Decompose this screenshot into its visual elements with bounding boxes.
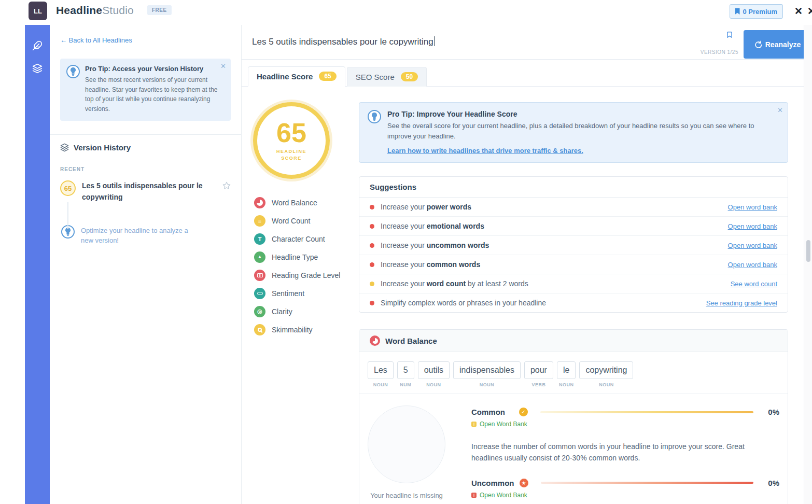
version-history-header: Version History xyxy=(60,143,231,152)
common-percent: 0% xyxy=(762,408,779,416)
word-chip[interactable]: copywriting xyxy=(579,361,633,379)
part-of-speech-label: NOUN xyxy=(559,382,574,387)
score-summary-column: 65 HEADLINESCORE Word Balance ≡ Word Cou… xyxy=(249,87,359,504)
avatar[interactable]: LL xyxy=(29,2,47,20)
suggestion-link[interactable]: See reading grade level xyxy=(706,299,777,307)
protip-title: Pro Tip: Access your Version History xyxy=(85,65,225,73)
dismiss-protip-icon[interactable]: ✕ xyxy=(777,106,783,114)
headline-score-circle: 65 HEADLINESCORE xyxy=(253,102,330,179)
reanalyze-label: Reanalyze xyxy=(765,40,801,49)
status-dot xyxy=(370,282,374,286)
optimize-hint-text: Optimize your headline to analyze a new … xyxy=(81,225,195,246)
suggestion-link[interactable]: Open word bank xyxy=(728,222,777,230)
category-label: Character Count xyxy=(272,235,325,243)
uncommon-percent: 0% xyxy=(762,479,779,487)
logo-bold: Headline xyxy=(56,4,102,16)
star-icon[interactable] xyxy=(222,181,231,192)
word-chip[interactable]: 5 xyxy=(397,361,414,379)
headline-editor-nav-item[interactable] xyxy=(25,40,50,51)
text-caret xyxy=(434,36,435,46)
part-of-speech-label: VERB xyxy=(531,382,545,387)
headline-input[interactable]: Les 5 outils indispensables pour le copy… xyxy=(252,36,435,47)
premium-button-label: 0 Premium xyxy=(743,8,777,16)
vertical-scrollbar[interactable] xyxy=(804,25,812,504)
word-chip[interactable]: outils xyxy=(418,361,450,379)
category-label: Word Count xyxy=(272,217,310,225)
timeline-connector xyxy=(67,202,68,229)
status-dot xyxy=(370,243,374,248)
magnifier-icon xyxy=(254,324,265,335)
word-chip[interactable]: le xyxy=(557,361,576,379)
category-skimmability[interactable]: Skimmability xyxy=(254,320,359,339)
protip-learn-link[interactable]: Learn how to write headlines that drive … xyxy=(387,147,583,155)
protip-body: See the overall score for your current h… xyxy=(387,121,779,142)
category-headline-type[interactable]: ▲ Headline Type xyxy=(254,248,359,266)
word-balance-donut-chart xyxy=(368,405,445,483)
category-character-count[interactable]: T Character Count xyxy=(254,230,359,248)
suggestion-row: Increase your power words Open word bank xyxy=(359,198,788,217)
category-label: Skimmability xyxy=(272,326,313,334)
suggestion-link[interactable]: Open word bank xyxy=(728,203,777,211)
free-plan-badge: FREE xyxy=(147,5,172,15)
close-icon[interactable]: ✕ xyxy=(794,5,803,17)
suggestion-link[interactable]: Open word bank xyxy=(728,242,777,249)
word-chip[interactable]: indispensables xyxy=(453,361,521,379)
suggestion-row: Increase your emotional words Open word … xyxy=(359,217,788,236)
score-detail-column: Pro Tip: Improve Your Headline Score See… xyxy=(359,87,788,504)
version-history-nav-item[interactable] xyxy=(25,63,50,74)
category-sentiment[interactable]: Sentiment xyxy=(254,284,359,302)
category-clarity[interactable]: ◎ Clarity xyxy=(254,302,359,320)
category-reading-grade-level[interactable]: Reading Grade Level xyxy=(254,266,359,284)
common-label: Common xyxy=(471,408,514,416)
reanalyze-button[interactable]: Reanalyze xyxy=(744,30,811,59)
uncommon-words-block: Uncommon ★ 0% Open Word Bank xyxy=(471,479,779,499)
category-word-balance[interactable]: Word Balance xyxy=(254,193,359,212)
suggestion-link[interactable]: Open word bank xyxy=(728,261,777,269)
category-label: Reading Grade Level xyxy=(272,271,340,279)
part-of-speech-label: NOUN xyxy=(426,382,441,387)
word-balance-header: Word Balance xyxy=(359,330,788,352)
word-balance-metrics: Common ✓ 0% Open Word Bank Increase the … xyxy=(471,405,779,504)
open-word-bank-link[interactable]: Open Word Bank xyxy=(471,492,779,499)
topbar: LL HeadlineStudio FREE 0 Premium ✕ ✕ xyxy=(0,0,812,25)
word-balance-chart-column: Your headline is missing several types xyxy=(368,405,445,504)
app-logo: HeadlineStudio xyxy=(56,4,134,17)
headline-score-badge: 65 xyxy=(319,72,336,81)
lines-icon: ≡ xyxy=(254,215,265,227)
open-word-bank-label: Open Word Bank xyxy=(480,492,527,499)
uncommon-label: Uncommon xyxy=(471,479,514,487)
dismiss-protip-icon[interactable]: ✕ xyxy=(220,62,226,70)
premium-button[interactable]: 0 Premium xyxy=(730,4,783,19)
word-item: 5 NUM xyxy=(397,361,414,387)
word-balance-title: Word Balance xyxy=(385,337,437,345)
status-dot xyxy=(370,224,374,229)
suggestion-row: Increase your word count by at least 2 w… xyxy=(359,274,788,293)
chart-caption: Your headline is missing several types xyxy=(368,491,445,504)
word-balance-panel: Word Balance Les NOUN 5 NUM outils xyxy=(359,329,788,504)
common-description: Increase the number of common words in y… xyxy=(471,441,772,464)
word-chip[interactable]: pour xyxy=(524,361,553,379)
optimize-hint-row: Optimize your headline to analyze a new … xyxy=(60,225,231,246)
layers-icon xyxy=(60,143,69,152)
back-to-headlines-link[interactable]: ← Back to All Headlines xyxy=(60,36,231,44)
word-bank-icon xyxy=(471,422,477,427)
suggestion-link[interactable]: See word count xyxy=(731,280,777,288)
save-headline-bookmark-icon[interactable] xyxy=(726,30,733,41)
scrollbar-thumb[interactable] xyxy=(806,240,810,262)
version-title: Les 5 outils indispensables pour le copy… xyxy=(82,180,205,203)
word-item: le NOUN xyxy=(557,361,576,387)
improve-score-protip: Pro Tip: Improve Your Headline Score See… xyxy=(359,102,788,163)
open-word-bank-link[interactable]: Open Word Bank xyxy=(471,421,779,428)
category-word-count[interactable]: ≡ Word Count xyxy=(254,212,359,230)
word-item: copywriting NOUN xyxy=(579,361,633,387)
protip-title: Pro Tip: Improve Your Headline Score xyxy=(387,110,779,118)
part-of-speech-label: NOUN xyxy=(373,382,388,387)
version-list-item[interactable]: 65 Les 5 outils indispensables pour le c… xyxy=(60,180,231,203)
common-progress-bar xyxy=(540,411,753,413)
tab-headline-score[interactable]: Headline Score 65 xyxy=(248,66,345,87)
word-chip[interactable]: Les xyxy=(368,361,394,379)
nav-rail xyxy=(25,0,50,504)
book-icon xyxy=(254,270,265,281)
tab-seo-score[interactable]: SEO Score 50 xyxy=(347,67,427,87)
headline-input-row: Les 5 outils indispensables pour le copy… xyxy=(242,25,812,60)
